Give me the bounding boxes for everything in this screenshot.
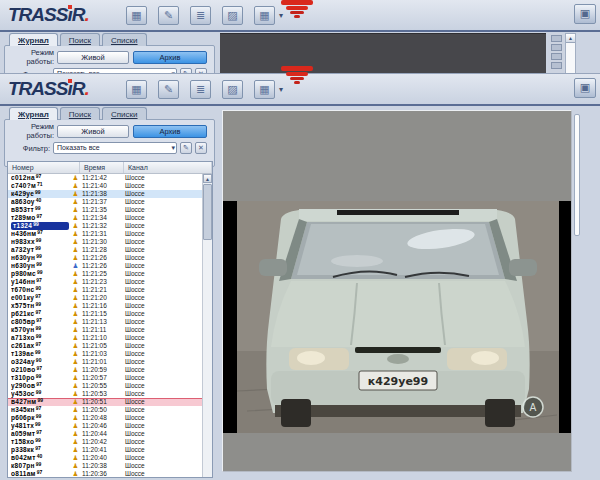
journal-row[interactable]: у146нн97♟11:21:23Шоссе	[8, 278, 202, 286]
trassir-logo: TRASSıR.	[8, 4, 126, 26]
plate-number: н630ун99	[11, 254, 69, 262]
archive-mode-button[interactable]: Архив	[133, 125, 207, 138]
journal-row[interactable]: т289мо97♟11:21:34Шоссе	[8, 214, 202, 222]
tab-strip: Журнал Поиск Списки	[9, 33, 149, 46]
table-scrollbar[interactable]: ▲	[202, 174, 212, 477]
report-icon[interactable]: ≣	[190, 80, 211, 99]
monitor-icon[interactable]: ▣	[574, 4, 596, 24]
column-time[interactable]: Время	[80, 162, 124, 173]
journal-row[interactable]: н345кн97♟11:20:50Шоссе	[8, 406, 202, 414]
channel-name: Шоссе	[125, 294, 202, 302]
live-mode-button[interactable]: Живой	[57, 125, 129, 138]
recognized-plate-text: к429уе99	[368, 375, 428, 388]
channel-name: Шоссе	[125, 366, 202, 374]
plate-number: у290ов97	[11, 382, 69, 390]
layout-icon[interactable]: ▦	[254, 6, 275, 25]
event-direction-icon: ♟	[69, 270, 82, 278]
journal-row[interactable]: т670нс90♟11:21:21Шоссе	[8, 286, 202, 294]
journal-row[interactable]: в042мт40♟11:20:40Шоссе	[8, 454, 202, 462]
journal-row[interactable]: с805вр97♟11:21:13Шоссе	[8, 318, 202, 326]
channel-name: Шоссе	[125, 422, 202, 430]
column-channel[interactable]: Канал	[124, 162, 212, 173]
journal-row[interactable]: т310ро99♟11:20:57Шоссе	[8, 374, 202, 382]
channel-name: Шоссе	[125, 350, 202, 358]
journal-row[interactable]: в427нм99♟11:20:51Шоссе	[8, 398, 202, 406]
journal-row[interactable]: у453ос99♟11:20:53Шоссе	[8, 390, 202, 398]
journal-row[interactable]: н436нм97♟11:21:31Шоссе	[8, 230, 202, 238]
frame-icon[interactable]: ▦	[126, 80, 147, 99]
journal-row[interactable]: х575тн99♟11:21:16Шоссе	[8, 302, 202, 310]
journal-row[interactable]: о324ау90♟11:21:01Шоссе	[8, 358, 202, 366]
journal-row[interactable]: р606рк99♟11:20:48Шоссе	[8, 414, 202, 422]
tab-journal[interactable]: Журнал	[9, 107, 58, 120]
scroll-up-icon[interactable]: ▲	[203, 174, 212, 183]
journal-row[interactable]: т158хо99♟11:20:42Шоссе	[8, 438, 202, 446]
journal-row[interactable]: о811ам97♟11:20:36Шоссе	[8, 470, 202, 477]
journal-row[interactable]: а059мт97♟11:20:44Шоссе	[8, 430, 202, 438]
journal-row[interactable]: к570ун99♟11:21:11Шоссе	[8, 326, 202, 334]
filter-select[interactable]: Показать все▾	[53, 142, 177, 154]
plate-number: о324ау90	[11, 358, 69, 366]
video-display-empty	[220, 33, 546, 74]
event-time: 11:21:10	[82, 334, 125, 342]
journal-row[interactable]: а863оу40♟11:21:37Шоссе	[8, 198, 202, 206]
journal-row[interactable]: к807рн99♟11:20:38Шоссе	[8, 462, 202, 470]
scroll-up-icon[interactable]: ▲	[566, 34, 575, 43]
delete-filter-icon[interactable]: ✕	[195, 142, 207, 154]
event-time: 11:21:01	[82, 358, 125, 366]
journal-row[interactable]: о210во97♟11:20:59Шоссе	[8, 366, 202, 374]
journal-row[interactable]: с740?м71♟11:21:40Шоссе	[8, 182, 202, 190]
monitor-icon[interactable]: ▣	[574, 78, 596, 98]
journal-row[interactable]: с261ах97♟11:21:05Шоссе	[8, 342, 202, 350]
tab-lists[interactable]: Списки	[102, 33, 147, 46]
column-plate[interactable]: Номер	[8, 162, 80, 173]
edit-icon[interactable]: ✎	[158, 80, 179, 99]
event-direction-icon: ♟	[69, 182, 82, 190]
event-direction-icon: ♟	[69, 398, 82, 406]
edit-icon[interactable]: ✎	[158, 6, 179, 25]
journal-row[interactable]: т139ае99♟11:21:03Шоссе	[8, 350, 202, 358]
plate-number: с740?м71	[11, 182, 69, 190]
tab-search[interactable]: Поиск	[60, 107, 100, 120]
journal-row[interactable]: а713хо99♟11:21:10Шоссе	[8, 334, 202, 342]
journal-row[interactable]: е001ку97♟11:21:20Шоссе	[8, 294, 202, 302]
tab-search[interactable]: Поиск	[60, 33, 100, 46]
snapshot-icon[interactable]: ▨	[222, 80, 243, 99]
chevron-down-icon[interactable]: ▾	[279, 85, 283, 94]
journal-row[interactable]: н983хх99♟11:21:30Шоссе	[8, 238, 202, 246]
event-direction-icon: ♟	[69, 350, 82, 358]
tab-lists[interactable]: Списки	[102, 107, 147, 120]
thumbnail-filmstrip[interactable]	[548, 33, 564, 74]
journal-row[interactable]: н630ун99♟11:21:26Шоссе	[8, 254, 202, 262]
journal-row[interactable]: р338кк97♟11:20:41Шоссе	[8, 446, 202, 454]
live-mode-button[interactable]: Живой	[57, 51, 129, 64]
journal-row[interactable]: с012на97♟11:21:42Шоссе	[8, 174, 202, 182]
journal-row[interactable]: к429уе99♟11:21:38Шоссе	[8, 190, 202, 198]
journal-row[interactable]: р980мс99♟11:21:25Шоссе	[8, 270, 202, 278]
report-icon[interactable]: ≣	[190, 6, 211, 25]
journal-row[interactable]: у290ов97♟11:20:55Шоссе	[8, 382, 202, 390]
plate-number: н436нм97	[11, 230, 69, 238]
layout-icon[interactable]: ▦	[254, 80, 275, 99]
journal-row[interactable]: а732ут99♟11:21:28Шоссе	[8, 246, 202, 254]
event-direction-icon: ♟	[69, 406, 82, 414]
tab-journal[interactable]: Журнал	[9, 33, 58, 46]
event-time: 11:21:23	[82, 278, 125, 286]
edit-filter-icon[interactable]: ✎	[180, 142, 192, 154]
video-scrollbar[interactable]	[574, 114, 580, 236]
frame-icon[interactable]: ▦	[126, 6, 147, 25]
video-scrollbar[interactable]: ▲	[565, 33, 576, 74]
archive-mode-button[interactable]: Архив	[133, 51, 207, 64]
plate-number: у481тх99	[11, 422, 69, 430]
toolbar-divider	[0, 30, 600, 32]
journal-row[interactable]: т132499♟11:21:32Шоссе	[8, 222, 202, 230]
channel-name: Шоссе	[125, 358, 202, 366]
snapshot-icon[interactable]: ▨	[222, 6, 243, 25]
event-direction-icon: ♟	[69, 278, 82, 286]
journal-row[interactable]: н630ун99♟11:21:26Шоссе	[8, 262, 202, 270]
journal-row[interactable]: в853тт99♟11:21:35Шоссе	[8, 206, 202, 214]
event-time: 11:20:57	[82, 374, 125, 382]
scrollbar-thumb[interactable]	[203, 184, 212, 240]
journal-row[interactable]: у481тх99♟11:20:46Шоссе	[8, 422, 202, 430]
journal-row[interactable]: р621кс97♟11:21:15Шоссе	[8, 310, 202, 318]
